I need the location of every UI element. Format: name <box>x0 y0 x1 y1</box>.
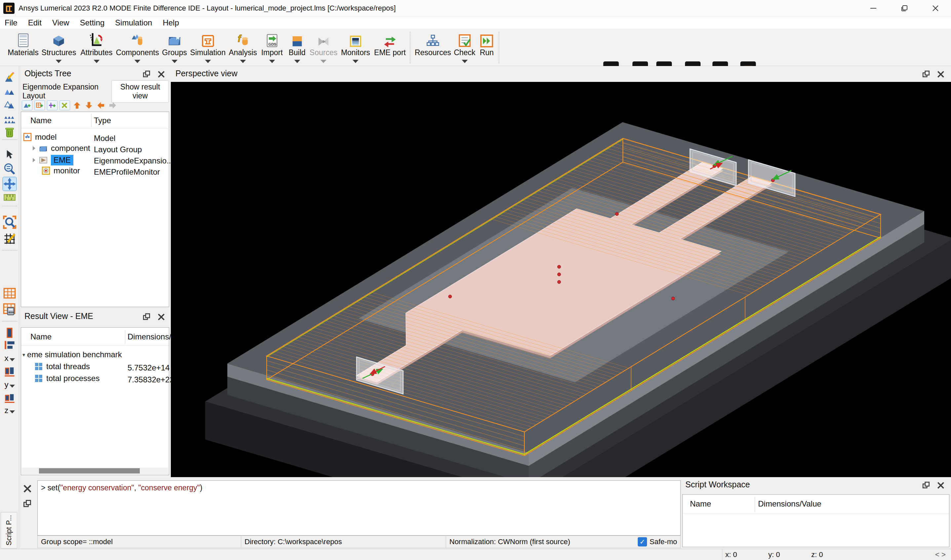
column-header-dimensions[interactable]: Dimensions/Value <box>758 499 822 509</box>
menu-file[interactable]: File <box>0 18 23 28</box>
components-dropdown-caret[interactable] <box>134 60 140 63</box>
close-script-panel-button[interactable] <box>23 484 32 494</box>
script-console[interactable]: > set("energy conservation", "conserve e… <box>37 480 681 535</box>
toolbar-button-components[interactable]: Components <box>116 29 159 66</box>
result-table: Name Dimensions/Va ▾ eme simulation benc… <box>21 327 169 475</box>
view-split-button[interactable] <box>3 338 16 352</box>
measure-tool-button[interactable]: 12 <box>3 191 16 204</box>
float-panel-button[interactable] <box>921 69 931 79</box>
toolbar-button-materials[interactable]: Materials <box>8 29 39 66</box>
result-row-total-threads[interactable]: total threads <box>34 362 90 371</box>
duplicate-structure-button[interactable] <box>3 85 16 98</box>
horizontal-scrollbar[interactable] <box>22 468 168 474</box>
collapse-caret-icon[interactable]: ▾ <box>23 352 25 358</box>
expand-caret-icon[interactable] <box>33 146 35 151</box>
scrollbar-thumb[interactable] <box>39 468 140 474</box>
toolbar-button-resources[interactable]: Resources <box>415 29 451 66</box>
move-down-button[interactable] <box>84 100 94 110</box>
add-simulation-region-button[interactable] <box>34 100 45 110</box>
close-panel-button[interactable] <box>936 69 946 79</box>
array-structures-button[interactable] <box>3 113 16 126</box>
tree-row-model[interactable]: model <box>23 132 57 142</box>
restore-button[interactable] <box>889 0 920 17</box>
3d-viewport[interactable] <box>171 82 951 477</box>
menu-simulation[interactable]: Simulation <box>110 18 157 28</box>
script-prompt-tab[interactable]: Script P... <box>1 512 17 548</box>
z-axis-view-button[interactable]: z <box>3 404 16 417</box>
tree-row-component[interactable]: component <box>32 144 90 153</box>
toolbar-button-build[interactable]: Build <box>288 29 305 66</box>
copy-structure-button[interactable] <box>3 98 16 111</box>
build-dropdown-caret[interactable] <box>294 60 300 63</box>
column-divider[interactable] <box>125 330 125 344</box>
close-button[interactable] <box>920 0 951 17</box>
close-panel-button[interactable] <box>156 69 166 79</box>
toolbar-button-monitors[interactable]: Monitors <box>341 29 370 66</box>
structures-dropdown-caret[interactable] <box>56 60 62 63</box>
close-panel-button[interactable] <box>936 480 946 490</box>
y-view-bars-button[interactable] <box>3 391 16 405</box>
toolbar-button-attributes[interactable]: Attributes <box>80 29 113 66</box>
toolbar-button-import[interactable]: GDS Import <box>261 29 282 66</box>
column-header-name[interactable]: Name <box>31 332 52 342</box>
menu-view[interactable]: View <box>47 18 75 28</box>
y-axis-view-button[interactable]: y <box>3 378 16 391</box>
pager-arrows[interactable]: < > <box>935 551 946 559</box>
expand-caret-icon[interactable] <box>33 158 35 162</box>
add-port-button[interactable] <box>60 100 70 110</box>
result-row-total-processes[interactable]: total processes <box>34 374 99 383</box>
move-left-button[interactable] <box>96 100 106 110</box>
x-view-bars-button[interactable] <box>3 365 16 378</box>
result-group-row[interactable]: ▾ eme simulation benchmark <box>23 350 122 359</box>
toolbar-button-run[interactable]: Run <box>480 29 494 66</box>
mesh-settings-button[interactable] <box>3 303 16 316</box>
toolbar-button-eme-port[interactable]: EME port <box>374 29 406 66</box>
float-panel-icon <box>922 70 931 78</box>
minimize-button[interactable] <box>858 0 889 17</box>
menu-help[interactable]: Help <box>157 18 184 28</box>
move-up-button[interactable] <box>72 100 82 110</box>
column-header-name[interactable]: Name <box>31 116 52 125</box>
select-tool-button[interactable] <box>3 148 16 161</box>
monitors-dropdown-caret[interactable] <box>353 60 359 63</box>
check-dropdown-caret[interactable] <box>462 60 467 63</box>
x-axis-view-button[interactable]: x <box>3 352 16 365</box>
pan-tool-button[interactable] <box>3 177 16 191</box>
analysis-dropdown-caret[interactable] <box>240 60 246 63</box>
edit-structure-button[interactable] <box>3 71 16 84</box>
add-structure-button[interactable] <box>22 100 32 110</box>
menu-edit[interactable]: Edit <box>23 18 47 28</box>
close-panel-button[interactable] <box>156 312 166 322</box>
float-panel-button[interactable] <box>921 480 931 490</box>
tree-row-eme[interactable]: EME <box>32 155 73 165</box>
toolbar-button-groups[interactable]: Groups <box>162 29 187 66</box>
import-gds-icon: GDS <box>266 32 278 48</box>
menu-setting[interactable]: Setting <box>75 18 110 28</box>
import-dropdown-caret[interactable] <box>269 60 275 63</box>
draw-grid-button[interactable] <box>3 232 16 245</box>
groups-dropdown-caret[interactable] <box>171 60 177 63</box>
float-panel-button[interactable] <box>142 312 152 322</box>
toolbar-button-check[interactable]: Check <box>454 29 475 66</box>
solver-tab-label[interactable]: Eigenmode Expansion Layout <box>21 83 109 100</box>
column-header-name[interactable]: Name <box>690 499 711 509</box>
toolbar-button-analysis[interactable]: f Analysis <box>229 29 257 66</box>
safe-mode-checkbox[interactable]: ✓ <box>638 537 647 546</box>
toolbar-button-structures[interactable]: Structures <box>42 29 76 66</box>
toolbar-button-simulation[interactable]: Simulation <box>190 29 225 66</box>
mesh-icon <box>3 287 16 299</box>
view-mesh-button[interactable] <box>3 287 16 300</box>
zoom-extents-button[interactable] <box>3 215 16 229</box>
add-monitor-button[interactable] <box>47 100 57 110</box>
zoom-tool-button[interactable] <box>3 162 16 176</box>
tree-row-monitor[interactable]: monitor <box>42 166 80 175</box>
simulation-dropdown-caret[interactable] <box>205 60 211 63</box>
column-header-type[interactable]: Type <box>94 116 111 125</box>
float-script-panel-button[interactable] <box>23 499 32 509</box>
view-normal-button[interactable] <box>3 326 16 340</box>
column-divider[interactable] <box>755 497 755 512</box>
attributes-dropdown-caret[interactable] <box>94 60 99 63</box>
delete-button[interactable] <box>3 125 16 139</box>
float-panel-button[interactable] <box>142 69 152 79</box>
show-result-view-button[interactable]: Show result view <box>111 80 169 103</box>
